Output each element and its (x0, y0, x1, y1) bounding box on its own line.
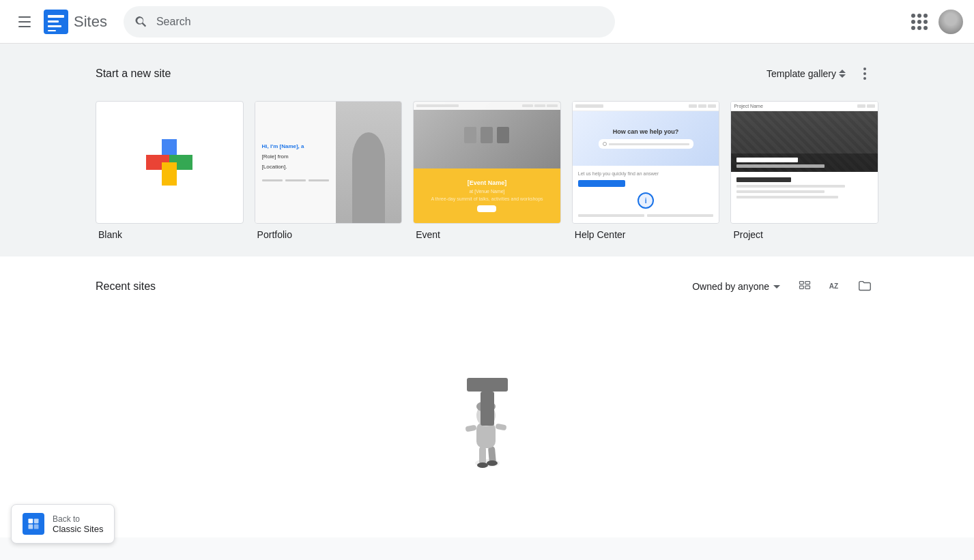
template-name-project: Project (730, 229, 878, 240)
header: Sites (0, 0, 974, 44)
menu-button[interactable] (11, 8, 38, 35)
svg-rect-11 (479, 446, 486, 465)
templates-header: Start a new site Template gallery (96, 60, 878, 87)
template-card-portfolio[interactable]: Hi, I'm [Name], a [Role] from [Location]… (255, 101, 403, 240)
chevron-updown-icon (839, 70, 846, 78)
template-thumbnail-event: [Event Name] at [Venue Name] A three-day… (413, 101, 561, 224)
sort-az-icon: AZ (828, 280, 842, 293)
main-content: Start a new site Template gallery (0, 44, 974, 560)
owned-by-button[interactable]: Owned by anyone (692, 281, 780, 292)
template-name-blank: Blank (96, 229, 244, 240)
templates-grid: Blank Hi, I'm [Name], a [Role] from [Loc… (96, 101, 878, 240)
apps-grid-icon (911, 14, 928, 30)
folder-icon (857, 279, 872, 294)
user-avatar[interactable] (939, 10, 963, 34)
search-bar[interactable] (124, 6, 615, 38)
back-label: Back to (53, 514, 103, 524)
search-input[interactable] (156, 16, 604, 28)
template-thumbnail-portfolio: Hi, I'm [Name], a [Role] from [Location]… (255, 101, 403, 224)
folder-button[interactable] (851, 273, 878, 300)
grid-view-button[interactable] (791, 273, 818, 300)
template-name-help-center: Help Center (572, 229, 720, 240)
sites-logo-icon (44, 10, 68, 34)
templates-header-right: Template gallery (767, 60, 878, 87)
back-to-classic-button[interactable]: Back to Classic Sites (11, 504, 115, 544)
svg-rect-24 (34, 519, 39, 524)
svg-text:AZ: AZ (829, 282, 838, 290)
template-card-project[interactable]: Project Name (730, 101, 878, 240)
svg-rect-23 (29, 525, 33, 529)
sort-button[interactable]: AZ (821, 273, 848, 300)
svg-rect-20 (467, 378, 508, 392)
svg-rect-19 (495, 424, 506, 431)
recent-controls: Owned by anyone (692, 273, 878, 300)
template-thumbnail-help-center: How can we help you? Let us help you qui… (572, 101, 720, 224)
plus-icon (146, 139, 192, 186)
svg-rect-2 (48, 20, 59, 23)
grid-view-icon (798, 280, 812, 293)
dropdown-arrow-icon (773, 285, 780, 289)
avatar-image (939, 10, 963, 34)
svg-rect-4 (48, 30, 56, 31)
svg-rect-22 (29, 519, 33, 524)
app-name: Sites (74, 13, 107, 31)
classic-sites-icon (23, 513, 44, 535)
start-new-site-title: Start a new site (96, 68, 171, 80)
empty-state-illustration (446, 357, 528, 480)
recent-sites-title: Recent sites (96, 280, 156, 293)
classic-sites-label: Classic Sites (53, 524, 103, 534)
svg-rect-6 (805, 282, 810, 284)
svg-rect-21 (481, 392, 494, 426)
empty-state (96, 316, 878, 521)
hamburger-icon (18, 16, 31, 27)
svg-rect-3 (48, 25, 61, 27)
template-name-portfolio: Portfolio (255, 229, 403, 240)
templates-section: Start a new site Template gallery (0, 44, 974, 256)
template-thumbnail-project: Project Name (730, 101, 878, 224)
template-card-event[interactable]: [Event Name] at [Venue Name] A three-day… (413, 101, 561, 240)
svg-rect-18 (465, 425, 476, 432)
svg-rect-25 (34, 525, 39, 529)
classic-text-block: Back to Classic Sites (53, 514, 103, 534)
more-options-button[interactable] (851, 60, 878, 87)
svg-rect-8 (805, 286, 810, 289)
vertical-dots-icon (861, 65, 869, 83)
svg-point-14 (487, 460, 498, 466)
recent-section: Recent sites Owned by anyone (0, 256, 974, 537)
svg-rect-7 (800, 286, 804, 289)
view-icons: AZ (791, 273, 878, 300)
template-gallery-button[interactable]: Template gallery (767, 68, 846, 79)
template-card-help-center[interactable]: How can we help you? Let us help you qui… (572, 101, 720, 240)
apps-button[interactable] (906, 8, 933, 35)
svg-rect-5 (800, 282, 804, 284)
template-card-blank[interactable]: Blank (96, 101, 244, 240)
classic-icon-svg (27, 517, 40, 531)
search-icon (134, 15, 148, 29)
template-thumbnail-blank (96, 101, 244, 224)
app-logo[interactable]: Sites (44, 10, 107, 34)
svg-rect-1 (48, 15, 64, 18)
recent-header: Recent sites Owned by anyone (96, 273, 878, 300)
template-name-event: Event (413, 229, 561, 240)
svg-point-13 (477, 462, 488, 468)
header-right (906, 8, 963, 35)
